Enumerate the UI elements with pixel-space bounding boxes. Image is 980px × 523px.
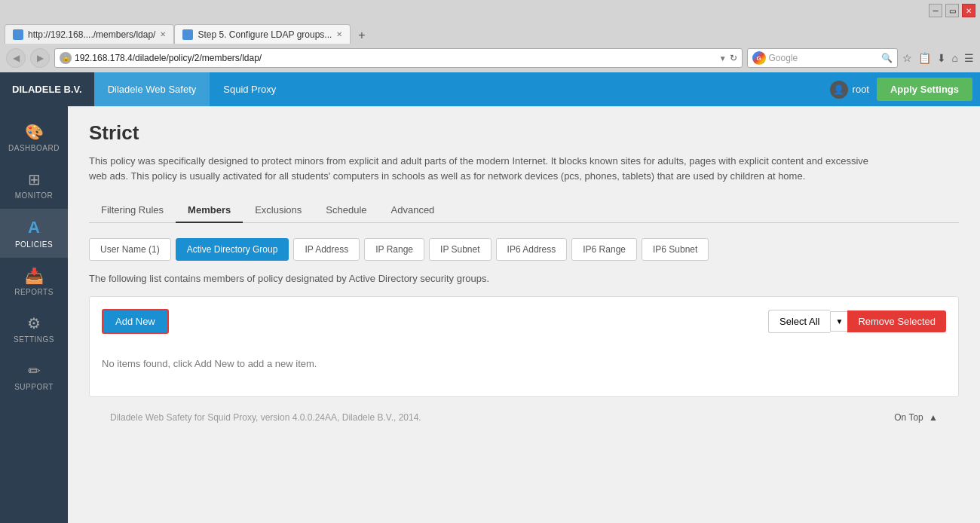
table-toolbar-right: Select All ▼ Remove Selected xyxy=(768,310,946,333)
google-icon: G xyxy=(752,51,766,65)
bookmark-star-icon[interactable]: ☆ xyxy=(902,52,912,64)
title-bar-controls: ─ ▭ ✕ xyxy=(929,4,975,17)
on-top-link[interactable]: On Top ▲ xyxy=(891,412,938,423)
tab-bar: http://192.168..../members/ldap/ ✕ Step … xyxy=(0,21,980,44)
sidebar-item-support-label: Support xyxy=(14,383,54,391)
tab-advanced[interactable]: Advanced xyxy=(379,198,447,223)
url-text: 192.168.178.4/diladele/policy/2/members/… xyxy=(75,53,719,63)
user-info: 👤 root xyxy=(830,81,869,99)
member-tab-ip-subnet[interactable]: IP Subnet xyxy=(429,238,492,261)
primary-tabs: Filtering Rules Members Exclusions Sched… xyxy=(89,198,959,223)
toolbar-icons: ☆ 📋 ⬇ ⌂ ☰ xyxy=(902,52,974,64)
monitor-icon: ⊞ xyxy=(28,170,41,188)
minimize-button[interactable]: ─ xyxy=(929,4,942,17)
reports-icon: 📥 xyxy=(25,267,44,285)
add-new-button[interactable]: Add New xyxy=(102,309,169,334)
search-placeholder: Google xyxy=(769,53,878,63)
app-header: DILADELE B.V. Diladele Web Safety Squid … xyxy=(0,72,980,106)
sidebar-item-policies-label: Policies xyxy=(15,240,53,249)
tab-filtering-rules[interactable]: Filtering Rules xyxy=(89,198,176,223)
url-refresh-icon[interactable]: ↻ xyxy=(730,53,737,63)
maximize-button[interactable]: ▭ xyxy=(945,4,959,17)
sidebar-item-settings[interactable]: ⚙ Settings xyxy=(0,305,68,353)
browser-tab-2-label: Step 5. Configure LDAP groups... xyxy=(198,29,332,40)
on-top-arrow-icon: ▲ xyxy=(929,412,938,423)
sidebar-item-policies[interactable]: A Policies xyxy=(0,209,68,258)
url-dropdown-icon[interactable]: ▼ xyxy=(719,54,727,63)
member-tab-ip6-address[interactable]: IP6 Address xyxy=(496,238,568,261)
page-description: This policy was specifically designed to… xyxy=(89,154,880,183)
remove-selected-button[interactable]: Remove Selected xyxy=(847,310,946,332)
apply-settings-button[interactable]: Apply Settings xyxy=(877,78,972,101)
nav-item-web-safety[interactable]: Diladele Web Safety xyxy=(94,72,210,106)
browser-tab-1-label: http://192.168..../members/ldap/ xyxy=(28,29,155,40)
close-button[interactable]: ✕ xyxy=(962,4,975,17)
page-footer: Diladele Web Safety for Squid Proxy, ver… xyxy=(89,397,959,438)
on-top-label: On Top xyxy=(894,412,923,423)
search-container[interactable]: G Google 🔍 xyxy=(747,48,898,68)
member-tab-ip6-subnet[interactable]: IP6 Subnet xyxy=(642,238,709,261)
select-all-dropdown-icon[interactable]: ▼ xyxy=(830,311,847,332)
sidebar-item-reports-label: Reports xyxy=(14,288,54,296)
select-all-button[interactable]: Select All xyxy=(768,310,830,333)
tab-close-1[interactable]: ✕ xyxy=(160,30,166,38)
sidebar-item-settings-label: Settings xyxy=(14,335,54,344)
forward-button[interactable]: ▶ xyxy=(30,48,50,68)
back-button[interactable]: ◀ xyxy=(6,48,26,68)
sidebar-item-reports[interactable]: 📥 Reports xyxy=(0,258,68,305)
sidebar: 🎨 Dashboard ⊞ Monitor A Policies 📥 Repor… xyxy=(0,106,68,523)
tab-schedule[interactable]: Schedule xyxy=(314,198,378,223)
nav-items: Diladele Web Safety Squid Proxy xyxy=(94,72,290,106)
member-tab-active-directory[interactable]: Active Directory Group xyxy=(176,238,289,261)
tab-favicon-2 xyxy=(182,29,193,40)
member-description: The following list contains members of p… xyxy=(89,273,959,284)
browser-tab-2[interactable]: Step 5. Configure LDAP groups... ✕ xyxy=(174,24,351,44)
sidebar-item-support[interactable]: ✏ Support xyxy=(0,353,68,400)
main-content: Strict This policy was specifically desi… xyxy=(68,106,980,523)
browser-tab-1[interactable]: http://192.168..../members/ldap/ ✕ xyxy=(5,24,174,44)
header-right: 👤 root Apply Settings xyxy=(830,78,980,101)
url-security-icon: 🔒 xyxy=(60,52,72,64)
member-tab-username[interactable]: User Name (1) xyxy=(89,238,171,261)
member-tab-ip-address[interactable]: IP Address xyxy=(293,238,360,261)
table-area: Add New Select All ▼ Remove Selected No … xyxy=(89,296,959,397)
sidebar-item-dashboard[interactable]: 🎨 Dashboard xyxy=(0,114,68,161)
browser-chrome: ─ ▭ ✕ http://192.168..../members/ldap/ ✕… xyxy=(0,0,980,72)
search-button[interactable]: 🔍 xyxy=(881,53,893,63)
title-bar: ─ ▭ ✕ xyxy=(0,0,980,21)
tab-close-2[interactable]: ✕ xyxy=(336,30,342,38)
nav-item-squid-proxy[interactable]: Squid Proxy xyxy=(210,72,289,106)
address-bar: ◀ ▶ 🔒 192.168.178.4/diladele/policy/2/me… xyxy=(0,44,980,72)
sidebar-item-monitor-label: Monitor xyxy=(15,191,54,200)
member-tab-ip6-range[interactable]: IP6 Range xyxy=(571,238,637,261)
policies-icon: A xyxy=(28,218,40,237)
support-icon: ✏ xyxy=(28,362,41,380)
empty-message: No items found, click Add New to add a n… xyxy=(102,343,946,384)
page-title: Strict xyxy=(89,121,959,145)
sidebar-item-monitor[interactable]: ⊞ Monitor xyxy=(0,161,68,209)
url-container[interactable]: 🔒 192.168.178.4/diladele/policy/2/member… xyxy=(54,48,743,68)
username: root xyxy=(853,84,869,95)
main-layout: 🎨 Dashboard ⊞ Monitor A Policies 📥 Repor… xyxy=(0,106,980,523)
download-icon[interactable]: ⬇ xyxy=(937,52,946,64)
table-toolbar: Add New Select All ▼ Remove Selected xyxy=(102,309,946,334)
tab-favicon-1 xyxy=(13,29,23,40)
footer-text: Diladele Web Safety for Squid Proxy, ver… xyxy=(110,412,421,423)
member-tab-ip-range[interactable]: IP Range xyxy=(364,238,424,261)
home-icon[interactable]: ⌂ xyxy=(952,52,958,64)
new-tab-button[interactable]: + xyxy=(352,27,371,44)
settings-icon: ⚙ xyxy=(27,314,41,332)
tab-exclusions[interactable]: Exclusions xyxy=(243,198,314,223)
bookmark-list-icon[interactable]: 📋 xyxy=(918,52,931,64)
brand: DILADELE B.V. xyxy=(0,72,94,106)
tab-members[interactable]: Members xyxy=(176,198,243,223)
user-avatar-icon: 👤 xyxy=(830,81,848,99)
member-type-tabs: User Name (1) Active Directory Group IP … xyxy=(89,238,959,261)
dashboard-icon: 🎨 xyxy=(25,123,44,141)
sidebar-item-dashboard-label: Dashboard xyxy=(8,144,60,152)
menu-icon[interactable]: ☰ xyxy=(964,52,974,64)
